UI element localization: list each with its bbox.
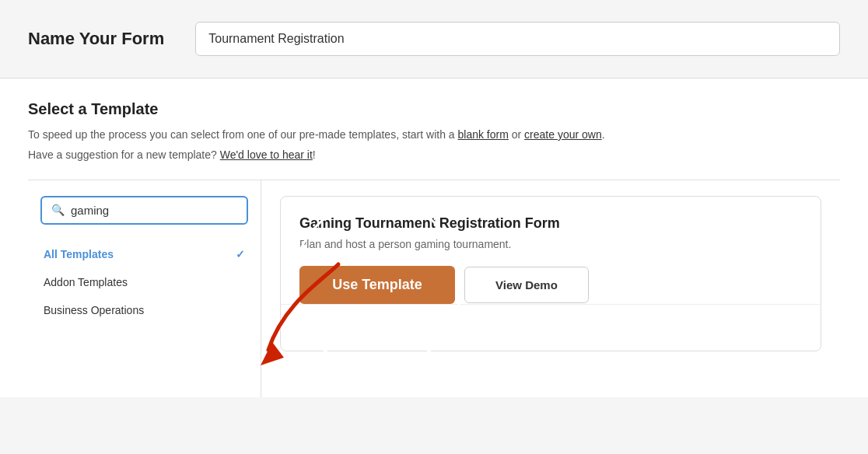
template-card-description: Plan and host a person gaming tournament… [299,238,802,250]
template-buttons: Use Template View Demo [299,266,802,304]
template-area: Gaming Tournament Registration Form Plan… [261,180,840,397]
template-description: To speed up the process you can select f… [28,126,840,143]
search-box: 🔍 [40,196,248,225]
search-icon: 🔍 [51,204,65,216]
sidebar: 🔍 All Templates ✓ Addon Templates Busine… [28,180,261,397]
form-name-label: Name Your Form [28,29,164,49]
use-template-wrapper: Use Template [299,266,455,304]
suggestion-link[interactable]: We'd love to hear it [220,148,313,161]
sidebar-item-business-operations[interactable]: Business Operations [40,296,248,324]
select-template-title: Select a Template [28,100,840,118]
sidebar-item-all-templates[interactable]: All Templates ✓ [40,240,248,268]
card-bottom [281,304,821,351]
use-template-button[interactable]: Use Template [299,266,455,304]
top-section: Name Your Form [0,0,868,79]
template-suggestion: Have a suggestion for a new template? We… [28,146,840,163]
sidebar-nav: All Templates ✓ Addon Templates Business… [40,240,248,324]
template-card-title: Gaming Tournament Registration Form [299,215,802,232]
search-input[interactable] [71,204,237,217]
blank-form-link[interactable]: blank form [458,128,509,141]
main-section: Select a Template To speed up the proces… [0,79,868,397]
template-card: Gaming Tournament Registration Form Plan… [280,196,821,351]
view-demo-button[interactable]: View Demo [464,267,589,303]
sidebar-item-addon-templates[interactable]: Addon Templates [40,268,248,296]
content-area: 🔍 All Templates ✓ Addon Templates Busine… [28,180,840,397]
form-name-input[interactable] [195,22,840,56]
check-icon: ✓ [236,248,245,260]
create-own-link[interactable]: create your own [524,128,602,141]
